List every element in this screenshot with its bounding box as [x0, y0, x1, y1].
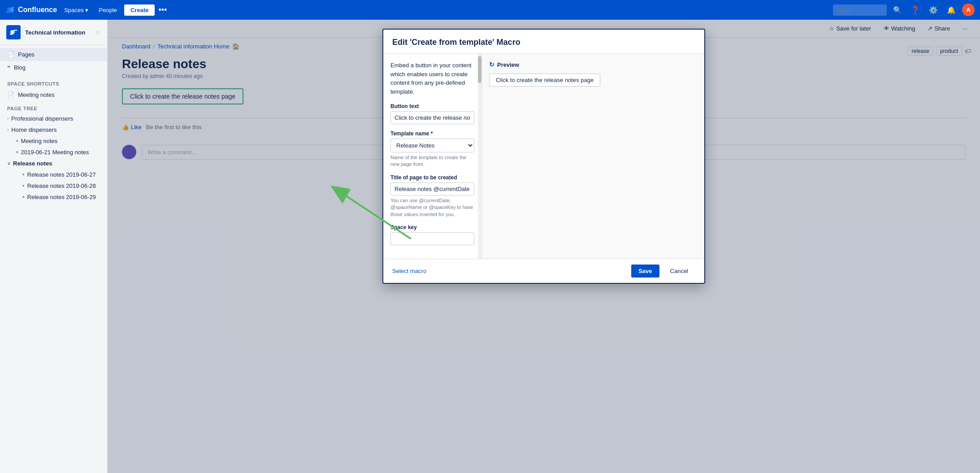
search-input[interactable] [833, 4, 887, 16]
button-text-group: Button text [390, 103, 474, 124]
page-title-group: Title of page to be created You can use … [390, 174, 474, 218]
nav-right: 🔍 ❓ ⚙️ 🔔 A [833, 4, 975, 16]
help-icon[interactable]: ❓ [908, 4, 923, 16]
space-logo-icon [9, 28, 18, 37]
tree-item-release-notes[interactable]: ∨ Release notes [0, 158, 107, 169]
people-menu[interactable]: People [95, 5, 121, 15]
chevron-right-icon: › [7, 127, 9, 132]
preview-create-button[interactable]: Click to create the release notes page [489, 74, 600, 87]
sidebar-item-blog[interactable]: ❝ Blog [0, 61, 107, 74]
tree-item-release-notes-27[interactable]: • Release notes 2019-06-27 [0, 169, 107, 180]
spaces-menu[interactable]: Spaces ▾ [61, 5, 91, 15]
more-nav-button[interactable]: ••• [158, 5, 167, 15]
space-header: Technical information ☆ [0, 20, 107, 45]
page-title-input[interactable] [390, 182, 474, 195]
modal-scrollbar-track[interactable] [478, 54, 481, 259]
space-key-group: Space key [390, 224, 474, 245]
modal-form-panel: Embed a button in your content which ena… [383, 54, 482, 259]
modal-footer: Select macro Save Cancel [383, 259, 704, 283]
sidebar-meeting-notes-shortcut[interactable]: 📄 Meeting notes [0, 88, 107, 101]
space-key-input[interactable] [390, 232, 474, 245]
tree-item-professional-dispensers[interactable]: › Professional dispensers [0, 113, 107, 124]
tree-label: 2019-06-21 Meeting notes [21, 149, 89, 156]
refresh-icon: ↻ [489, 61, 494, 68]
blog-label: Blog [14, 64, 26, 71]
button-text-input[interactable] [390, 111, 474, 124]
tree-label: Meeting notes [21, 138, 58, 144]
tree-label: Release notes 2019-06-28 [27, 182, 96, 189]
modal-title: Edit 'Create from template' Macro [383, 30, 704, 54]
tree-item-home-dispensers[interactable]: › Home dispensers [0, 124, 107, 135]
top-nav: Confluence Spaces ▾ People Create ••• 🔍 … [0, 0, 980, 20]
bullet-icon: • [22, 194, 25, 200]
create-from-template-modal: Edit 'Create from template' Macro Embed … [382, 29, 705, 284]
tree-label: Release notes 2019-06-29 [27, 194, 96, 200]
modal-save-button[interactable]: Save [631, 265, 659, 278]
main-wrapper: Technical information ☆ 📄 Pages ❝ Blog S… [0, 20, 980, 473]
space-shortcuts-label: SPACE SHORTCUTS [0, 77, 107, 88]
tree-item-release-notes-29[interactable]: • Release notes 2019-06-29 [0, 191, 107, 203]
tree-label: Home dispensers [11, 126, 56, 133]
modal-body: Embed a button in your content which ena… [383, 54, 704, 259]
blog-icon: ❝ [7, 64, 10, 71]
tree-label: Release notes [13, 160, 52, 167]
template-name-group: Template name * Release Notes Meeting No… [390, 130, 474, 168]
space-name: Technical information [25, 29, 91, 36]
content-area: ☆ Save for later 👁 Watching ↗ Share ··· … [108, 20, 980, 473]
tree-item-release-notes-28[interactable]: • Release notes 2019-06-28 [0, 180, 107, 191]
modal-scrollbar-thumb[interactable] [478, 56, 481, 83]
modal-footer-buttons: Save Cancel [631, 265, 695, 278]
search-icon[interactable]: 🔍 [890, 4, 905, 16]
settings-icon[interactable]: ⚙️ [926, 4, 941, 16]
meeting-notes-icon: 📄 [7, 91, 14, 98]
sidebar-nav: 📄 Pages ❝ Blog [0, 45, 107, 77]
page-title-hint: You can use @currentDate, @spaceName or … [390, 197, 474, 218]
chevron-right-icon: › [7, 116, 9, 121]
bullet-icon: • [22, 182, 25, 189]
sidebar-item-pages[interactable]: 📄 Pages [0, 48, 107, 61]
chevron-down-icon: ∨ [7, 161, 10, 166]
template-name-label: Template name * [390, 130, 474, 137]
star-space-icon[interactable]: ☆ [95, 29, 101, 36]
tree-item-2019-meeting-notes[interactable]: • 2019-06-21 Meeting notes [0, 147, 107, 158]
template-name-select[interactable]: Release Notes Meeting Notes How-to artic… [390, 139, 474, 152]
space-key-label: Space key [390, 224, 474, 230]
select-macro-link[interactable]: Select macro [392, 268, 426, 274]
pages-icon: 📄 [7, 51, 14, 58]
modal-preview-panel: ↻ Preview Click to create the release no… [482, 54, 704, 259]
confluence-name: Confluence [18, 6, 57, 14]
space-avatar [6, 25, 21, 39]
confluence-logo: Confluence [5, 5, 57, 15]
pages-label: Pages [18, 51, 35, 58]
page-title-label: Title of page to be created [390, 174, 474, 181]
tree-label: Professional dispensers [11, 115, 73, 122]
create-button[interactable]: Create [124, 4, 155, 16]
template-name-hint: Name of the template to create the new p… [390, 154, 474, 168]
meeting-notes-label: Meeting notes [18, 91, 55, 98]
confluence-icon [5, 5, 15, 15]
preview-title: ↻ Preview [489, 61, 697, 68]
modal-overlay: Edit 'Create from template' Macro Embed … [108, 20, 980, 473]
button-text-label: Button text [390, 103, 474, 109]
modal-description: Embed a button in your content which ena… [390, 61, 474, 96]
tree-label: Release notes 2019-06-27 [27, 171, 96, 178]
chevron-down-icon: ▾ [85, 7, 88, 13]
bullet-icon: • [16, 149, 18, 156]
bullet-icon: • [22, 171, 25, 178]
notifications-icon[interactable]: 🔔 [944, 4, 958, 16]
page-tree-label: PAGE TREE [0, 101, 107, 113]
user-avatar[interactable]: A [962, 4, 975, 16]
tree-item-meeting-notes[interactable]: • Meeting notes [0, 135, 107, 147]
sidebar: Technical information ☆ 📄 Pages ❝ Blog S… [0, 20, 108, 473]
modal-cancel-button[interactable]: Cancel [663, 265, 695, 278]
bullet-icon: • [16, 138, 18, 144]
